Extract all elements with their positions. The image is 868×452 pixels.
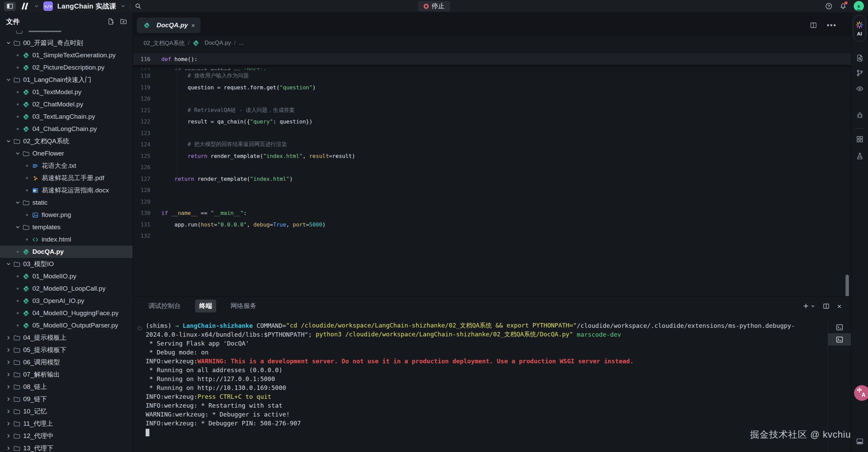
code-line-132[interactable]: 132 — [133, 230, 851, 242]
line-number: 127 — [133, 176, 158, 182]
tree-file-03_OpenAI_IO.py[interactable]: 03_OpenAI_IO.py — [0, 295, 133, 307]
tree-file-花语大全.txt[interactable]: 花语大全.txt — [0, 160, 133, 172]
code-line-129[interactable]: 129 — [133, 196, 851, 208]
project-name[interactable]: LangChain 实战课 — [57, 2, 116, 11]
tree-item-label: 04_ChatLongChain.py — [32, 125, 97, 133]
tree-folder-02_文档QA系统[interactable]: 02_文档QA系统 — [0, 135, 133, 147]
tree-folder-08_链上[interactable]: 08_链上 — [0, 381, 133, 393]
tree-folder-07_解析输出[interactable]: 07_解析输出 — [0, 368, 133, 381]
code-line-128[interactable]: 128 — [133, 185, 851, 196]
tree-file-易速鲜花员工手册.pdf[interactable]: 易速鲜花员工手册.pdf — [0, 172, 133, 184]
help-icon[interactable]: ? — [825, 2, 833, 10]
marscode-logo-icon[interactable] — [20, 2, 30, 10]
terminal-instance-1[interactable] — [828, 321, 851, 333]
tree-file-01_SimpleTextGeneration.py[interactable]: 01_SimpleTextGeneration.py — [0, 49, 133, 61]
debug-bug-icon[interactable] — [856, 111, 864, 119]
tree-row-partial[interactable] — [0, 31, 133, 37]
extensions-grid-icon[interactable] — [856, 135, 864, 143]
sidebar-toggle-icon — [7, 3, 13, 9]
logo-chevron-down-icon[interactable] — [34, 4, 39, 9]
avatar[interactable] — [854, 1, 864, 11]
code-line-text: return render_template("index.html") — [158, 176, 293, 182]
code-line-120[interactable]: 120 — [133, 93, 851, 105]
tree-file-02_ChatModel.py[interactable]: 02_ChatModel.py — [0, 98, 133, 111]
tree-file-03_TextLangChain.py[interactable]: 03_TextLangChain.py — [0, 111, 133, 123]
terminal-output[interactable]: (shims) → LangChain-shizhanke COMMAND="c… — [133, 321, 828, 452]
top-bar-right: ? — [825, 1, 868, 11]
code-line-125[interactable]: 125 return render_template("index.html",… — [133, 150, 851, 162]
toggle-panel-icon[interactable] — [856, 437, 864, 446]
split-terminal-icon[interactable] — [823, 303, 830, 310]
editor-tab-docqa[interactable]: DocQA.py × — [137, 17, 201, 33]
tree-folder-12_代理中[interactable]: 12_代理中 — [0, 430, 133, 442]
code-line-119[interactable]: 119 question = request.form.get("questio… — [133, 82, 851, 93]
tab-network-service[interactable]: 网络服务 — [226, 300, 261, 312]
git-branch-icon[interactable] — [856, 69, 864, 77]
document-search-icon[interactable] — [856, 54, 864, 62]
tree-folder-01_LangChain快速入门[interactable]: 01_LangChain快速入门 — [0, 74, 133, 86]
tree-folder-04_提示模板上[interactable]: 04_提示模板上 — [0, 332, 133, 344]
terminal-cursor — [146, 429, 149, 436]
ai-assistant-button[interactable]: AI — [853, 15, 866, 42]
tree-file-02_PictureDescription.py[interactable]: 02_PictureDescription.py — [0, 61, 133, 74]
notifications-bell-icon[interactable] — [839, 2, 847, 10]
code-line-124[interactable]: 124 # 把大模型的回答结果返回网页进行渲染 — [133, 139, 851, 150]
tree-folder-09_链下[interactable]: 09_链下 — [0, 393, 133, 405]
tree-file-05_ModelIO_OutputParser.py[interactable]: 05_ModelIO_OutputParser.py — [0, 319, 133, 332]
tree-item-label: 05_提示模板下 — [23, 346, 67, 354]
tree-file-04_ModelIO_HuggingFace.py[interactable]: 04_ModelIO_HuggingFace.py — [0, 307, 133, 319]
tree-folder-03_模型IO[interactable]: 03_模型IO — [0, 258, 133, 270]
tree-file-02_ModelIO_LoopCall.py[interactable]: 02_ModelIO_LoopCall.py — [0, 282, 133, 295]
sidebar-toggle-button[interactable] — [4, 2, 16, 11]
close-panel-icon[interactable]: × — [837, 303, 841, 310]
code-line-130[interactable]: 130if __name__ == "__main__": — [133, 207, 851, 219]
tree-folder-templates[interactable]: templates — [0, 221, 133, 233]
tree-file-index.html[interactable]: index.html — [0, 233, 133, 246]
code-line-127[interactable]: 127 return render_template("index.html") — [133, 173, 851, 185]
project-chevron-down-icon[interactable] — [121, 4, 126, 9]
editor-scrollbar[interactable] — [845, 275, 849, 296]
tree-folder-13_代理下[interactable]: 13_代理下 — [0, 442, 133, 452]
tree-folder-11_代理上[interactable]: 11_代理上 — [0, 418, 133, 430]
tab-terminal[interactable]: 终端 — [195, 300, 216, 312]
code-editor[interactable]: 116def home(): 117 if request.method == … — [133, 50, 851, 296]
translate-badge[interactable]: 中 A — [854, 385, 868, 401]
code-line-122[interactable]: 122 result = qa_chain({"query": question… — [133, 116, 851, 128]
code-line-121[interactable]: 121 # RetrievalQA链 - 读入问题，生成答案 — [133, 105, 851, 116]
code-line-123[interactable]: 123 — [133, 128, 851, 139]
code-line-131[interactable]: 131 app.run(host="0.0.0.0", debug=True, … — [133, 219, 851, 231]
terminal-instance-2[interactable] — [828, 333, 851, 346]
tab-close-icon[interactable]: × — [191, 22, 195, 29]
tree-folder-06_调用模型[interactable]: 06_调用模型 — [0, 356, 133, 368]
new-file-icon[interactable] — [107, 18, 115, 25]
tree-file-flower.png[interactable]: flower.png — [0, 209, 133, 221]
tab-debug-console[interactable]: 调试控制台 — [144, 300, 185, 312]
code-line-126[interactable]: 126 — [133, 162, 851, 173]
tree-file-DocQA.py[interactable]: DocQA.py — [0, 246, 133, 258]
more-actions-icon[interactable]: ••• — [827, 21, 837, 30]
tree-folder-05_提示模板下[interactable]: 05_提示模板下 — [0, 344, 133, 356]
breadcrumb-file[interactable]: DocQA.py — [205, 40, 231, 46]
tree-folder-00_开篇词_奇点时刻[interactable]: 00_开篇词_奇点时刻 — [0, 37, 133, 49]
search-icon[interactable] — [135, 3, 142, 10]
tree-item-label: 02_ModelIO_LoopCall.py — [32, 285, 105, 292]
tree-folder-static[interactable]: static — [0, 196, 133, 209]
tree-folder-OneFlower[interactable]: OneFlower — [0, 147, 133, 160]
flask-experiment-icon[interactable] — [856, 152, 864, 160]
breadcrumb-symbol[interactable]: ... — [239, 40, 244, 46]
tree-file-01_TextModel.py[interactable]: 01_TextModel.py — [0, 86, 133, 98]
preview-eye-icon[interactable] — [856, 85, 864, 93]
line-number: 130 — [133, 210, 158, 216]
code-line-text: app.run(host="0.0.0.0", debug=True, port… — [158, 221, 326, 228]
new-folder-icon[interactable] — [120, 18, 127, 25]
tree-file-04_ChatLongChain.py[interactable]: 04_ChatLongChain.py — [0, 123, 133, 135]
stop-button[interactable]: 停止 — [418, 1, 450, 11]
tree-file-01_ModelIO.py[interactable]: 01_ModelIO.py — [0, 270, 133, 282]
code-line-118[interactable]: 118 # 接收用户输入作为问题 — [133, 70, 851, 82]
tree-folder-10_记忆[interactable]: 10_记忆 — [0, 405, 133, 418]
file-explorer-sidebar: 文件 00_开篇词_奇点时刻01_SimpleTextGeneration.py… — [0, 12, 133, 452]
new-terminal-button[interactable] — [803, 303, 815, 309]
tree-file-易速鲜花运营指南.docx[interactable]: W易速鲜花运营指南.docx — [0, 184, 133, 196]
split-editor-icon[interactable] — [810, 21, 817, 29]
breadcrumb-folder[interactable]: 02_文档QA系统 — [144, 39, 185, 47]
